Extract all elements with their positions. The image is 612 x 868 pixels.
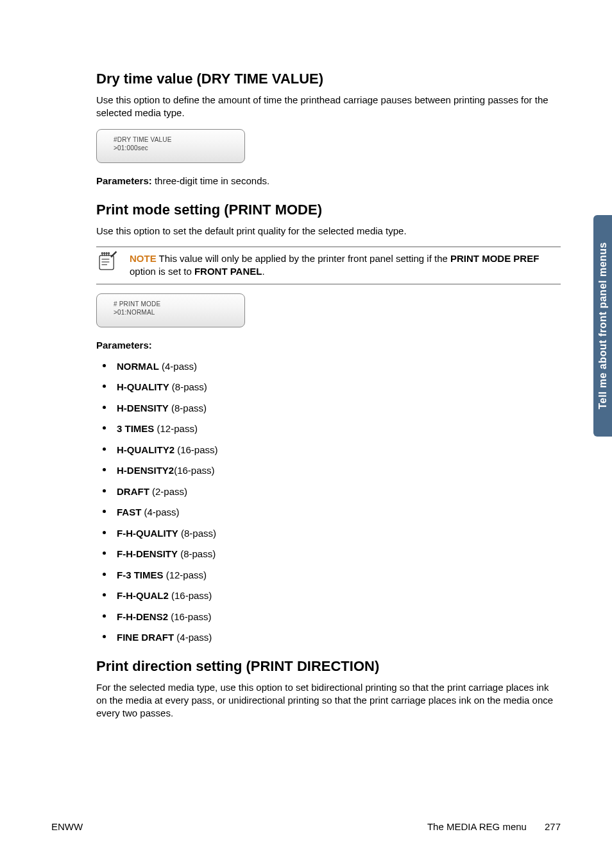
item-bold: H-DENSITY2 bbox=[117, 465, 174, 476]
svg-point-11 bbox=[108, 252, 110, 254]
item-rest: (12-pass) bbox=[164, 569, 207, 580]
params-dry-time: Parameters: three-digit time in seconds. bbox=[96, 175, 561, 187]
note-text: NOTE This value will only be applied by … bbox=[130, 252, 561, 279]
lcd-line1: #DRY TIME VALUE bbox=[114, 136, 244, 143]
item-bold: F-H-QUALITY bbox=[117, 528, 178, 539]
item-rest: (4-pass) bbox=[174, 632, 212, 643]
item-bold: F-H-DENS2 bbox=[117, 611, 168, 622]
item-bold: H-QUALITY2 bbox=[117, 444, 174, 455]
lcd-line2: >01:NORMAL bbox=[114, 309, 244, 316]
list-item: H-DENSITY (8-pass) bbox=[96, 402, 561, 415]
item-bold: 3 TIMES bbox=[117, 423, 154, 434]
item-rest: (8-pass) bbox=[169, 381, 207, 392]
footer-right: The MEDIA REG menu 277 bbox=[427, 821, 561, 832]
side-tab-label: Tell me about front panel menus bbox=[597, 242, 609, 410]
footer-left: ENWW bbox=[51, 821, 83, 832]
list-item: F-H-DENSITY (8-pass) bbox=[96, 548, 561, 560]
item-bold: H-QUALITY bbox=[117, 381, 169, 392]
item-bold: DRAFT bbox=[117, 486, 149, 497]
page-content: Dry time value (DRY TIME VALUE) Use this… bbox=[0, 0, 612, 764]
note-post: . bbox=[262, 266, 264, 277]
params-label: Parameters: bbox=[96, 175, 152, 186]
section-print-mode: Print mode setting (PRINT MODE) Use this… bbox=[96, 202, 561, 644]
item-bold: FAST bbox=[117, 507, 141, 517]
item-rest: (16-pass) bbox=[168, 611, 212, 622]
item-rest: (8-pass) bbox=[178, 528, 216, 539]
list-item: FINE DRAFT (4-pass) bbox=[96, 631, 561, 644]
page-footer: ENWW The MEDIA REG menu 277 bbox=[51, 821, 561, 832]
note-icon bbox=[96, 251, 118, 273]
params-text: three-digit time in seconds. bbox=[152, 175, 269, 186]
heading-print-mode: Print mode setting (PRINT MODE) bbox=[96, 202, 561, 218]
item-bold: H-DENSITY bbox=[117, 403, 169, 413]
svg-point-10 bbox=[106, 252, 107, 254]
item-bold: FINE DRAFT bbox=[117, 632, 174, 643]
item-bold: NORMAL bbox=[117, 361, 159, 372]
page-number: 277 bbox=[545, 821, 561, 832]
list-item: F-H-QUALITY (8-pass) bbox=[96, 527, 561, 540]
list-item: DRAFT (2-pass) bbox=[96, 485, 561, 498]
list-item: H-DENSITY2(16-pass) bbox=[96, 464, 561, 477]
list-item: F-H-DENS2 (16-pass) bbox=[96, 611, 561, 623]
note-pre: This value will only be applied by the p… bbox=[157, 253, 450, 264]
section-print-direction: Print direction setting (PRINT DIRECTION… bbox=[96, 658, 561, 720]
item-rest: (8-pass) bbox=[169, 403, 207, 413]
list-item: H-QUALITY (8-pass) bbox=[96, 381, 561, 394]
desc-print-mode: Use this option to set the default print… bbox=[96, 225, 561, 238]
item-rest: (16-pass) bbox=[169, 590, 212, 601]
lcd-line2: >01:000sec bbox=[114, 144, 244, 152]
note-bold2: FRONT PANEL bbox=[194, 266, 262, 277]
lcd-line1: # PRINT MODE bbox=[114, 300, 244, 308]
list-item: 3 TIMES (12-pass) bbox=[96, 422, 561, 435]
item-rest: (16-pass) bbox=[174, 444, 218, 455]
note-bold1: PRINT MODE PREF bbox=[450, 253, 539, 264]
side-tab: Tell me about front panel menus bbox=[593, 215, 612, 437]
list-item: H-QUALITY2 (16-pass) bbox=[96, 444, 561, 456]
lcd-dry-time: #DRY TIME VALUE >01:000sec bbox=[96, 129, 245, 163]
item-bold: F-H-QUAL2 bbox=[117, 590, 169, 601]
desc-print-direction: For the selected media type, use this op… bbox=[96, 681, 561, 720]
list-item: F-H-QUAL2 (16-pass) bbox=[96, 589, 561, 602]
list-item: NORMAL (4-pass) bbox=[96, 360, 561, 373]
item-bold: F-H-DENSITY bbox=[117, 548, 178, 559]
item-rest: (12-pass) bbox=[154, 423, 198, 434]
lcd-print-mode: # PRINT MODE >01:NORMAL bbox=[96, 293, 245, 327]
item-rest: (2-pass) bbox=[149, 486, 187, 497]
svg-point-8 bbox=[101, 252, 103, 254]
params-print-mode: Parameters: bbox=[96, 339, 561, 352]
item-rest: (8-pass) bbox=[178, 548, 216, 559]
item-bold: F-3 TIMES bbox=[117, 569, 164, 580]
print-mode-list: NORMAL (4-pass) H-QUALITY (8-pass) H-DEN… bbox=[96, 360, 561, 644]
list-item: F-3 TIMES (12-pass) bbox=[96, 569, 561, 582]
note-mid: option is set to bbox=[130, 266, 194, 277]
heading-dry-time: Dry time value (DRY TIME VALUE) bbox=[96, 71, 561, 87]
item-rest: (4-pass) bbox=[159, 361, 197, 372]
item-rest: (4-pass) bbox=[141, 507, 179, 517]
note-label: NOTE bbox=[130, 253, 157, 264]
desc-dry-time: Use this option to define the amount of … bbox=[96, 94, 561, 120]
heading-print-direction: Print direction setting (PRINT DIRECTION… bbox=[96, 658, 561, 675]
svg-point-9 bbox=[104, 252, 105, 254]
item-rest: (16-pass) bbox=[174, 465, 214, 476]
footer-section: The MEDIA REG menu bbox=[427, 821, 527, 832]
list-item: FAST (4-pass) bbox=[96, 506, 561, 519]
params-label: Parameters: bbox=[96, 340, 152, 351]
note-block: NOTE This value will only be applied by … bbox=[96, 247, 561, 284]
section-dry-time: Dry time value (DRY TIME VALUE) Use this… bbox=[96, 71, 561, 187]
